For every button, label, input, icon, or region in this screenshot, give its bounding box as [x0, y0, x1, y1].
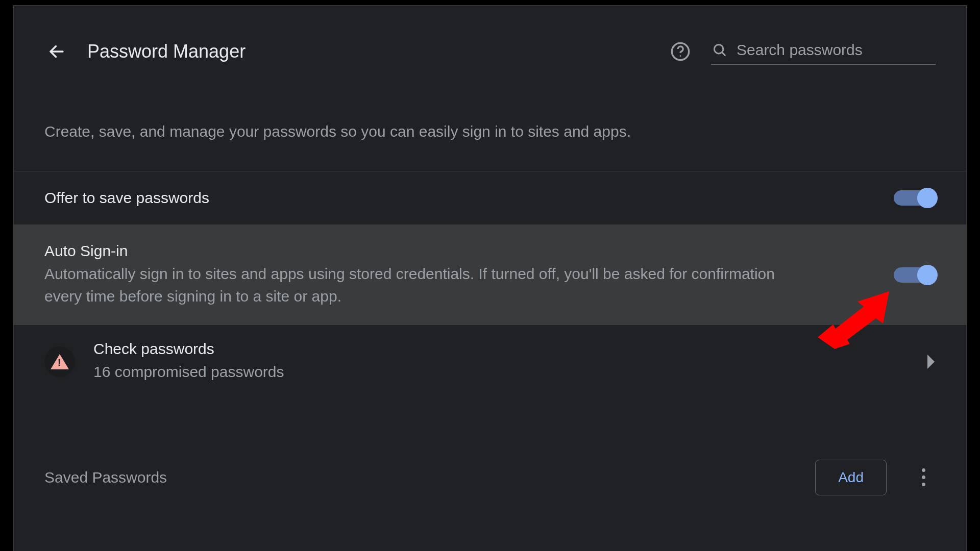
arrow-left-icon	[47, 42, 66, 61]
setting-label: Auto Sign-in	[44, 242, 894, 260]
search-icon	[712, 42, 727, 58]
page-description: Create, save, and manage your passwords …	[14, 77, 966, 171]
help-icon	[670, 41, 691, 62]
check-passwords-subtitle: 16 compromised passwords	[93, 361, 849, 383]
warning-badge	[44, 346, 75, 377]
svg-marker-5	[927, 355, 935, 369]
svg-line-4	[722, 52, 725, 56]
warning-triangle-icon	[51, 354, 69, 369]
more-options-button[interactable]	[911, 465, 936, 490]
offer-save-toggle[interactable]	[894, 189, 936, 207]
add-password-button[interactable]: Add	[815, 460, 887, 495]
setting-auto-signin[interactable]: Auto Sign-in Automatically sign in to si…	[14, 225, 966, 325]
check-passwords-text: Check passwords 16 compromised passwords	[93, 340, 926, 383]
chevron-right-icon	[926, 355, 936, 369]
more-vertical-icon	[922, 475, 925, 479]
setting-description: Automatically sign in to sites and apps …	[44, 263, 800, 307]
svg-point-2	[680, 55, 681, 57]
header: Password Manager	[14, 6, 966, 77]
saved-passwords-section: Saved Passwords Add	[14, 398, 966, 495]
check-passwords-row[interactable]: Check passwords 16 compromised passwords	[14, 325, 966, 398]
setting-label: Offer to save passwords	[44, 189, 894, 207]
check-passwords-title: Check passwords	[93, 340, 926, 358]
setting-offer-save-passwords[interactable]: Offer to save passwords	[14, 171, 966, 225]
setting-text: Auto Sign-in Automatically sign in to si…	[44, 242, 894, 307]
search-passwords[interactable]	[711, 38, 936, 65]
auto-signin-toggle[interactable]	[894, 266, 936, 284]
help-button[interactable]	[668, 39, 693, 64]
password-manager-panel: Password Manager Create, save, and manag…	[13, 5, 967, 551]
search-input[interactable]	[737, 41, 935, 59]
back-button[interactable]	[44, 39, 69, 64]
page-title: Password Manager	[87, 41, 246, 62]
setting-text: Offer to save passwords	[44, 189, 894, 207]
toggle-thumb	[917, 188, 938, 208]
more-vertical-icon	[922, 468, 925, 472]
more-vertical-icon	[922, 483, 925, 486]
saved-passwords-label: Saved Passwords	[44, 469, 815, 486]
svg-point-3	[714, 44, 723, 54]
toggle-thumb	[917, 265, 938, 285]
